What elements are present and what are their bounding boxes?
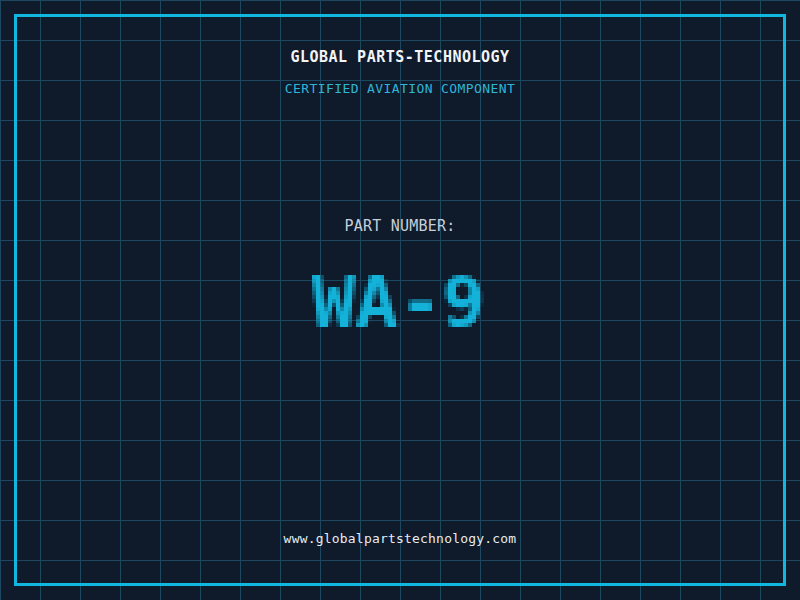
company-title: GLOBAL PARTS-TECHNOLOGY bbox=[0, 49, 800, 65]
part-number-display bbox=[308, 255, 492, 351]
website-url: www.globalpartstechnology.com bbox=[0, 531, 800, 547]
certificate-screen: GLOBAL PARTS-TECHNOLOGY CERTIFIED AVIATI… bbox=[0, 0, 800, 600]
certification-subtitle: CERTIFIED AVIATION COMPONENT bbox=[0, 81, 800, 97]
part-number-label: PART NUMBER: bbox=[0, 218, 800, 234]
